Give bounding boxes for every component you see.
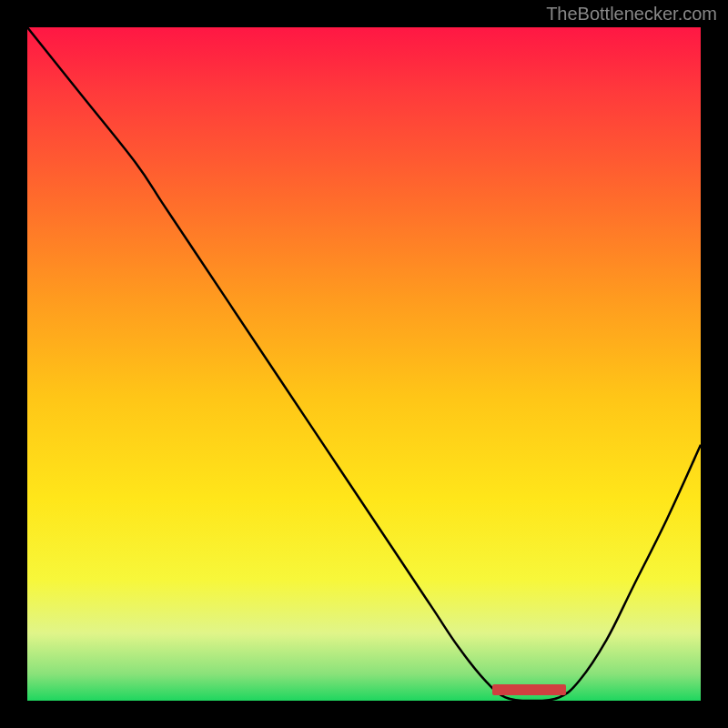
chart-curve: [27, 27, 701, 701]
chart-plot-area: [27, 27, 701, 701]
watermark-text: TheBottlenecker.com: [546, 4, 717, 25]
optimal-range-marker: [492, 684, 566, 695]
